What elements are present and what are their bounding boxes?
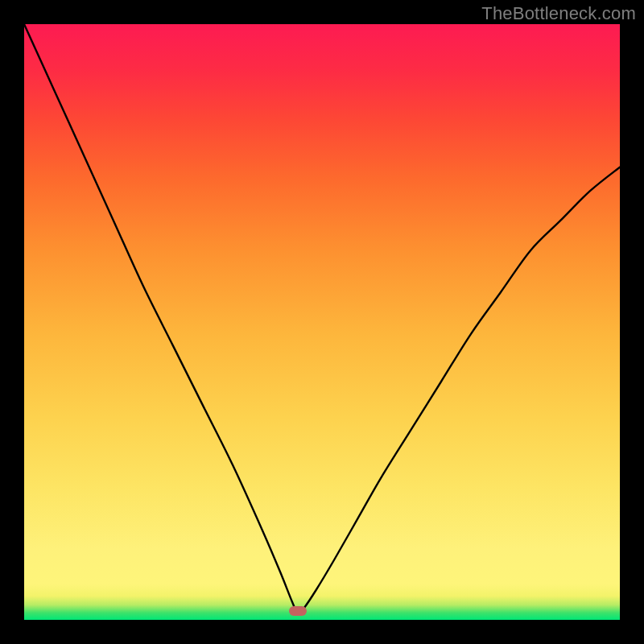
plot-area [24, 24, 620, 620]
optimum-marker [289, 606, 307, 616]
chart-frame: TheBottleneck.com [0, 0, 644, 644]
bottleneck-curve [24, 24, 620, 620]
watermark-text: TheBottleneck.com [481, 3, 636, 24]
